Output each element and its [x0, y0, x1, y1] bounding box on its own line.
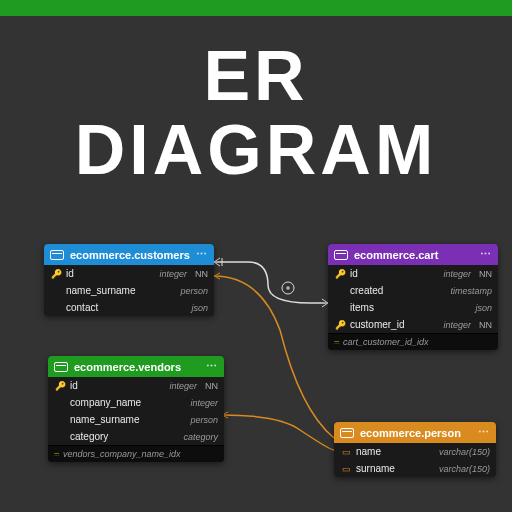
table-row[interactable]: company_nameinteger — [48, 394, 224, 411]
index-icon: ⎓ — [334, 337, 339, 347]
table-icon — [50, 250, 64, 260]
pk-icon: 🔑 — [334, 269, 346, 279]
table-row[interactable]: name_surnameperson — [44, 282, 214, 299]
table-row[interactable]: contactjson — [44, 299, 214, 316]
index-row[interactable]: ⎓cart_customer_id_idx — [328, 333, 498, 350]
table-row[interactable]: itemsjson — [328, 299, 498, 316]
table-icon — [54, 362, 68, 372]
index-row[interactable]: ⎓vendors_company_name_idx — [48, 445, 224, 462]
table-title: ecommerce.person — [360, 427, 461, 439]
table-row[interactable]: categorycategory — [48, 428, 224, 445]
table-person[interactable]: ecommerce.person ⋯ ▭namevarchar(150) ▭su… — [334, 422, 496, 477]
pk-icon: 🔑 — [50, 269, 62, 279]
table-row[interactable]: 🔑idintegerNN — [328, 265, 498, 282]
table-row[interactable]: name_surnameperson — [48, 411, 224, 428]
table-customers[interactable]: ecommerce.customers ⋯ 🔑idintegerNN name_… — [44, 244, 214, 316]
table-row[interactable]: ▭surnamevarchar(150) — [334, 460, 496, 477]
table-row[interactable]: createdtimestamp — [328, 282, 498, 299]
table-vendors[interactable]: ecommerce.vendors ⋯ 🔑idintegerNN company… — [48, 356, 224, 462]
table-row[interactable]: ▭namevarchar(150) — [334, 443, 496, 460]
column-icon: ▭ — [340, 447, 352, 457]
table-title: ecommerce.customers — [70, 249, 190, 261]
table-header-cart[interactable]: ecommerce.cart ⋯ — [328, 244, 498, 265]
fk-icon: 🔑 — [334, 320, 346, 330]
more-icon[interactable]: ⋯ — [196, 248, 208, 261]
more-icon[interactable]: ⋯ — [478, 426, 490, 439]
pk-icon: 🔑 — [54, 381, 66, 391]
column-icon: ▭ — [340, 464, 352, 474]
er-canvas: ecommerce.customers ⋯ 🔑idintegerNN name_… — [0, 0, 512, 512]
table-row[interactable]: 🔑idintegerNN — [44, 265, 214, 282]
table-header-vendors[interactable]: ecommerce.vendors ⋯ — [48, 356, 224, 377]
table-header-customers[interactable]: ecommerce.customers ⋯ — [44, 244, 214, 265]
table-title: ecommerce.cart — [354, 249, 438, 261]
table-title: ecommerce.vendors — [74, 361, 181, 373]
table-cart[interactable]: ecommerce.cart ⋯ 🔑idintegerNN createdtim… — [328, 244, 498, 350]
more-icon[interactable]: ⋯ — [206, 360, 218, 373]
table-icon — [334, 250, 348, 260]
index-icon: ⎓ — [54, 449, 59, 459]
table-header-person[interactable]: ecommerce.person ⋯ — [334, 422, 496, 443]
table-row[interactable]: 🔑idintegerNN — [48, 377, 224, 394]
table-row[interactable]: 🔑customer_idintegerNN — [328, 316, 498, 333]
type-icon — [340, 428, 354, 438]
more-icon[interactable]: ⋯ — [480, 248, 492, 261]
